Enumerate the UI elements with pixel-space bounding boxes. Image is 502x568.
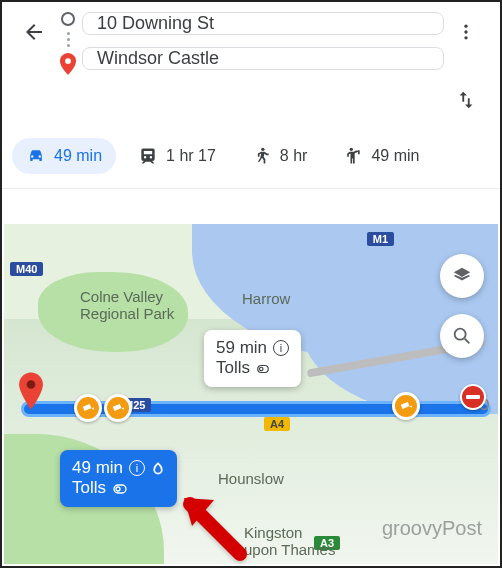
mode-rideshare[interactable]: 49 min	[329, 138, 433, 174]
primary-route-sub: Tolls	[72, 478, 106, 498]
primary-route-callout[interactable]: 49 min i Tolls	[60, 450, 177, 507]
layers-button[interactable]	[440, 254, 484, 298]
road-badge-m1: M1	[367, 232, 394, 246]
mode-rideshare-label: 49 min	[371, 147, 419, 165]
travel-modes-bar: 49 min 1 hr 17 8 hr 49 min	[2, 130, 500, 189]
search-area-button[interactable]	[440, 314, 484, 358]
back-button[interactable]	[14, 12, 54, 52]
origin-marker-icon	[61, 12, 75, 26]
more-options-button[interactable]	[446, 12, 486, 52]
swap-vert-icon	[455, 89, 477, 111]
toll-icon	[112, 481, 128, 497]
road-badge-a4: A4	[264, 417, 290, 431]
svg-point-4	[261, 148, 264, 151]
svg-point-6	[27, 380, 36, 389]
svg-point-0	[65, 58, 71, 64]
map-label-park: Colne Valley Regional Park	[80, 288, 174, 322]
search-icon	[451, 325, 473, 347]
svg-point-8	[260, 367, 264, 371]
train-icon	[138, 146, 158, 166]
svg-point-2	[464, 30, 467, 33]
leaf-icon	[151, 461, 165, 475]
route-markers-column	[54, 12, 82, 75]
mode-drive-label: 49 min	[54, 147, 102, 165]
mode-walk-label: 8 hr	[280, 147, 308, 165]
speed-camera-icon	[104, 394, 132, 422]
origin-text: 10 Downing St	[97, 13, 214, 34]
no-entry-icon	[460, 384, 486, 410]
map-label-harrow: Harrow	[242, 290, 290, 307]
mode-drive[interactable]: 49 min	[12, 138, 116, 174]
destination-text: Windsor Castle	[97, 48, 219, 69]
toll-icon	[256, 362, 270, 376]
rideshare-icon	[343, 146, 363, 166]
layers-icon	[451, 265, 473, 287]
connector-dots-icon	[67, 32, 70, 47]
mode-transit-label: 1 hr 17	[166, 147, 216, 165]
info-icon: i	[273, 340, 289, 356]
directions-header: 10 Downing St Windsor Castle	[2, 2, 500, 130]
destination-pin-icon	[59, 53, 77, 75]
arrow-left-icon	[22, 20, 46, 44]
annotation-arrow-icon	[172, 482, 252, 566]
primary-route-time: 49 min	[72, 458, 123, 478]
speed-camera-icon	[74, 394, 102, 422]
svg-point-1	[464, 25, 467, 28]
map-label-kingston: Kingston upon Thames	[244, 524, 335, 558]
mode-transit[interactable]: 1 hr 17	[124, 138, 230, 174]
destination-input[interactable]: Windsor Castle	[82, 47, 444, 70]
svg-point-10	[116, 487, 120, 491]
walk-icon	[252, 146, 272, 166]
alt-route-time: 59 min	[216, 338, 267, 358]
mode-walk[interactable]: 8 hr	[238, 138, 322, 174]
svg-point-5	[350, 148, 353, 151]
info-icon: i	[129, 460, 145, 476]
car-icon	[26, 146, 46, 166]
destination-map-pin-icon	[18, 372, 44, 410]
swap-button[interactable]	[446, 80, 486, 120]
speed-camera-icon	[392, 392, 420, 420]
road-badge-m40: M40	[10, 262, 43, 276]
origin-input[interactable]: 10 Downing St	[82, 12, 444, 35]
alt-route-callout[interactable]: 59 min i Tolls	[204, 330, 301, 387]
watermark: groovyPost	[382, 517, 482, 540]
svg-point-11	[455, 329, 466, 340]
alt-route-sub: Tolls	[216, 358, 250, 378]
svg-point-3	[464, 36, 467, 39]
more-vert-icon	[456, 22, 476, 42]
